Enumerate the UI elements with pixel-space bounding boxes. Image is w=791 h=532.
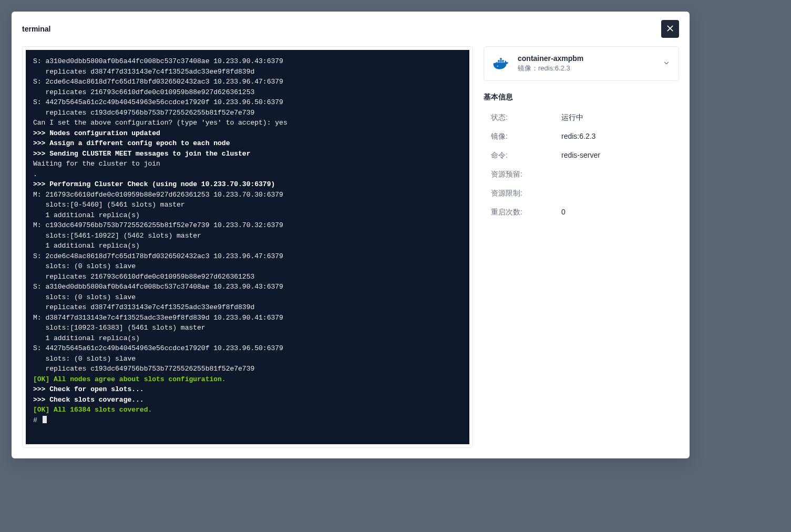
terminal-line: slots: (0 slots) slave	[33, 292, 462, 303]
terminal-line: >>> Assign a different config epoch to e…	[33, 138, 462, 149]
terminal-line: .	[33, 169, 462, 180]
terminal-line: S: a310ed0dbb5800af0b6a44fc008bc537c3740…	[33, 56, 462, 67]
terminal-panel: S: a310ed0dbb5800af0b6a44fc008bc537c3740…	[22, 46, 473, 448]
terminal-modal: terminal S: a310ed0dbb5800af0b6a44fc008b…	[12, 12, 690, 458]
terminal-line: S: 2cde6c48ac8618d7fc65d178bfd0326502432…	[33, 251, 462, 262]
modal-body: S: a310ed0dbb5800af0b6a44fc008bc537c3740…	[12, 46, 690, 458]
terminal-line: M: c193dc649756bb753b7725526255b81f52e7e…	[33, 220, 462, 231]
terminal-output[interactable]: S: a310ed0dbb5800af0b6a44fc008bc537c3740…	[26, 50, 469, 444]
svg-rect-7	[500, 60, 501, 62]
terminal-line: replicates d3874f7d313143e7c4f13525adc33…	[33, 67, 462, 77]
terminal-line: replicates 216793c6610dfde0c010959b88e92…	[33, 87, 462, 98]
terminal-line: >>> Check slots coverage...	[33, 395, 462, 405]
info-list: 状态:运行中镜像:redis:6.2.3命令:redis-server资源预留:…	[484, 108, 679, 222]
info-label: 状态:	[484, 113, 561, 122]
terminal-prompt[interactable]: #	[33, 415, 462, 426]
terminal-line: replicates d3874f7d313143e7c4f13525adc33…	[33, 302, 462, 313]
info-label: 命令:	[484, 151, 561, 160]
container-name: container-axmpbm	[518, 54, 655, 63]
terminal-line: replicates c193dc649756bb753b7725526255b…	[33, 364, 462, 374]
terminal-line: 1 additional replica(s)	[33, 210, 462, 221]
container-card[interactable]: container-axmpbm 镜像：redis:6.2.3	[484, 46, 679, 81]
terminal-line: >>> Nodes configuration updated	[33, 128, 462, 139]
terminal-line: slots: (0 slots) slave	[33, 261, 462, 272]
container-subtitle-prefix: 镜像：	[518, 64, 538, 72]
terminal-line: slots:[0-5460] (5461 slots) master	[33, 200, 462, 210]
container-texts: container-axmpbm 镜像：redis:6.2.3	[518, 54, 655, 73]
info-value: redis:6.2.3	[561, 132, 595, 141]
terminal-line: Waiting for the cluster to join	[33, 159, 462, 169]
terminal-line: Can I set the above configuration? (type…	[33, 118, 462, 128]
svg-rect-8	[502, 60, 504, 62]
close-button[interactable]	[661, 20, 679, 38]
info-row: 资源限制:	[484, 184, 679, 203]
docker-icon	[492, 57, 510, 70]
terminal-line: slots: (0 slots) slave	[33, 354, 462, 364]
info-label: 镜像:	[484, 132, 561, 141]
terminal-cursor	[43, 416, 47, 423]
terminal-line: slots:[5461-10922] (5462 slots) master	[33, 231, 462, 241]
terminal-line: 1 additional replica(s)	[33, 241, 462, 251]
terminal-line: >>> Sending CLUSTER MEET messages to joi…	[33, 149, 462, 159]
container-subtitle-value: redis:6.2.3	[538, 64, 570, 72]
chevron-down-icon	[663, 59, 670, 68]
terminal-line: [OK] All 16384 slots covered.	[33, 405, 462, 415]
terminal-line: S: 2cde6c48ac8618d7fc65d178bfd0326502432…	[33, 77, 462, 87]
terminal-line: 1 additional replica(s)	[33, 333, 462, 344]
info-value: 0	[561, 208, 566, 217]
terminal-line: S: 4427b5645a61c2c49b40454963e56ccdce179…	[33, 97, 462, 108]
terminal-line: M: d3874f7d313143e7c4f13525adc33ee9f8fd8…	[33, 313, 462, 323]
svg-point-10	[497, 66, 498, 67]
info-row: 资源预留:	[484, 165, 679, 184]
modal-title: terminal	[22, 25, 50, 33]
info-row: 重启次数:0	[484, 203, 679, 222]
info-row: 镜像:redis:6.2.3	[484, 127, 679, 146]
terminal-line: [OK] All nodes agree about slots configu…	[33, 374, 462, 385]
info-row: 状态:运行中	[484, 108, 679, 127]
terminal-line: S: a310ed0dbb5800af0b6a44fc008bc537c3740…	[33, 282, 462, 292]
modal-header: terminal	[12, 12, 690, 46]
info-row: 命令:redis-server	[484, 146, 679, 165]
info-value: 运行中	[561, 113, 583, 122]
svg-rect-9	[500, 58, 501, 59]
container-subtitle: 镜像：redis:6.2.3	[518, 64, 655, 73]
terminal-line: >>> Performing Cluster Check (using node…	[33, 179, 462, 190]
info-value: redis-server	[561, 151, 600, 160]
terminal-line: replicates 216793c6610dfde0c010959b88e92…	[33, 272, 462, 282]
info-label: 资源限制:	[484, 189, 561, 198]
terminal-line: replicates c193dc649756bb753b7725526255b…	[33, 108, 462, 118]
terminal-line: >>> Check for open slots...	[33, 384, 462, 395]
svg-rect-6	[498, 60, 499, 62]
info-label: 重启次数:	[484, 208, 561, 217]
terminal-line: M: 216793c6610dfde0c010959b88e927d626361…	[33, 190, 462, 200]
info-section-title: 基本信息	[484, 93, 679, 102]
terminal-line: slots:[10923-16383] (5461 slots) master	[33, 323, 462, 333]
close-icon	[666, 24, 674, 34]
side-panel: container-axmpbm 镜像：redis:6.2.3 基本信息 状态:…	[484, 46, 679, 222]
info-label: 资源预留:	[484, 170, 561, 179]
terminal-line: S: 4427b5645a61c2c49b40454963e56ccdce179…	[33, 343, 462, 354]
